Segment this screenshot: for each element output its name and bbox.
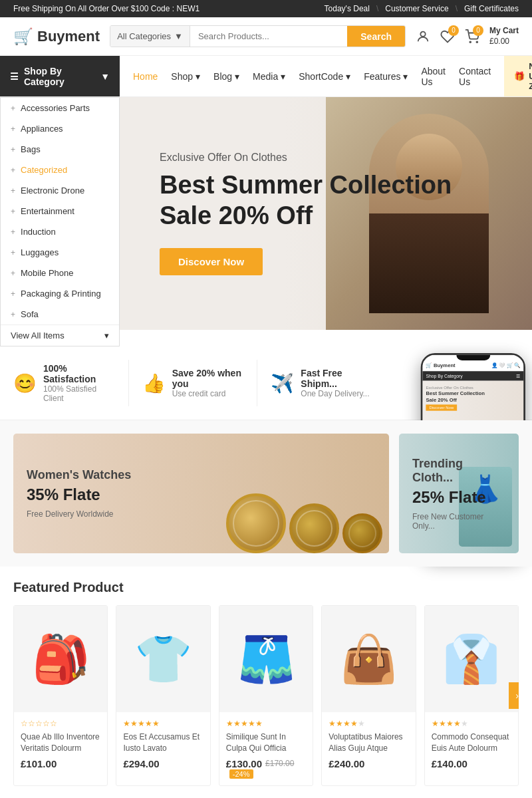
chevron-down-icon: ▼	[174, 31, 183, 41]
product-name-1: Quae Ab Illo Inventore Veritatis Dolourm	[21, 732, 100, 754]
product-card-2[interactable]: 👕 ★★★★★ Eos Et Accusamus Et Iusto Lavato…	[116, 605, 210, 786]
thumbs-up-icon: 👍	[142, 372, 166, 394]
category-luggages[interactable]: + Luggages	[1, 242, 119, 263]
category-accessories[interactable]: + Accessories Parts	[1, 98, 119, 118]
search-area: All Categories ▼ Search	[110, 25, 406, 47]
featured-title: Featured Product	[13, 580, 519, 595]
nav-menu: Home Shop ▾ Blog ▾ Media ▾ ShortCode ▾ F…	[120, 56, 504, 96]
search-input[interactable]	[190, 26, 347, 47]
search-category-dropdown[interactable]: All Categories ▼	[110, 26, 190, 47]
search-category-label: All Categories	[117, 31, 171, 41]
features-bar: 😊 100% Satisfaction 100% Satisfied Clien…	[0, 346, 532, 420]
category-bags[interactable]: + Bags	[1, 139, 119, 160]
product-image-5: 👔	[425, 606, 518, 712]
new-user-zone[interactable]: 🎁 New User Zone	[504, 56, 532, 96]
cart-info: My Cart £0.00	[489, 26, 519, 47]
category-entertainment[interactable]: + Entertainment	[1, 201, 119, 221]
gift-icon: 🎁	[514, 71, 525, 81]
products-next-arrow[interactable]: ›	[509, 682, 519, 709]
main-nav: ☰ Shop By Category ▼ Home Shop ▾ Blog ▾ …	[0, 56, 532, 97]
nav-about[interactable]: About Us	[421, 58, 446, 95]
product-image-2: 👕	[116, 606, 209, 712]
hero-title: Best Summer CollectionSale 20% Off	[160, 170, 452, 231]
customer-service-link[interactable]: Customer Service	[385, 4, 448, 13]
gift-certificates-link[interactable]: Gift Certificates	[464, 4, 519, 13]
wishlist-icon[interactable]: 0	[440, 29, 455, 44]
blog-chevron-icon: ▾	[235, 71, 239, 82]
media-chevron-icon: ▾	[281, 71, 285, 82]
svg-point-0	[420, 31, 425, 36]
cart-badge: 0	[473, 25, 483, 36]
svg-point-1	[469, 41, 471, 43]
product-price-3: £130.00	[226, 758, 262, 769]
feature-save: 👍 Save 20% when you Use credit card	[142, 360, 244, 406]
top-bar-links: Today's Deal \ Customer Service \ Gift C…	[325, 4, 519, 13]
nav-home[interactable]: Home	[133, 63, 158, 90]
nav-media[interactable]: Media ▾	[253, 63, 285, 90]
logo-text: Buyment	[37, 28, 100, 45]
search-button[interactable]: Search	[347, 26, 405, 47]
category-categorized[interactable]: + Categorized	[1, 160, 119, 180]
banner-row: Women's Watches 35% Flate Free Delivery …	[0, 420, 532, 567]
user-account-icon[interactable]	[416, 29, 430, 44]
product-price-5: £140.00	[432, 758, 511, 769]
product-card-4[interactable]: 👜 ★★★★★ Voluptatibus Maiores Alias Guju …	[321, 605, 416, 786]
category-induction[interactable]: + Induction	[1, 221, 119, 242]
nav-contact[interactable]: Contact Us	[459, 58, 491, 95]
top-bar: Free Shipping On All Order Over $100 Cod…	[0, 0, 532, 17]
banner-clothes[interactable]: Trending Cloth... 25% Flate Free New Cus…	[399, 434, 519, 553]
nav-blog[interactable]: Blog ▾	[213, 63, 239, 90]
product-price-1: £101.00	[21, 758, 100, 769]
category-dropdown: + Accessories Parts + Appliances + Bags …	[0, 97, 120, 346]
nav-features[interactable]: Features ▾	[364, 63, 408, 90]
logo-cart-icon: 🛒	[13, 27, 33, 46]
category-mobile-phone[interactable]: + Mobile Phone	[1, 263, 119, 283]
product-image-4: 👜	[322, 606, 415, 712]
products-grid: 🎒 ☆☆☆☆☆ Quae Ab Illo Inventore Veritatis…	[13, 605, 519, 786]
satisfaction-icon: 😊	[13, 372, 37, 394]
banner-watches[interactable]: Women's Watches 35% Flate Free Delivery …	[13, 434, 389, 553]
hero-content: Exclusive Offer On Clothes Best Summer C…	[120, 125, 491, 301]
logo[interactable]: 🛒 Buyment	[13, 27, 100, 46]
product-stars-5: ★★★★★	[432, 719, 511, 728]
watches-image	[226, 454, 382, 553]
feature-divider-1	[128, 360, 129, 406]
product-stars-3: ★★★★★	[226, 719, 306, 728]
category-electronic-drone[interactable]: + Electronic Drone	[1, 180, 119, 201]
shortcode-chevron-icon: ▾	[346, 71, 350, 82]
product-name-2: Eos Et Accusamus Et Iusto Lavato	[123, 732, 203, 754]
product-price-2: £294.00	[123, 758, 203, 769]
product-card-1[interactable]: 🎒 ☆☆☆☆☆ Quae Ab Illo Inventore Veritatis…	[13, 605, 108, 786]
featured-products-section: Featured Product 🎒 ☆☆☆☆☆ Quae Ab Illo In…	[0, 567, 532, 798]
product-name-4: Voluptatibus Maiores Alias Guju Atque	[329, 732, 408, 754]
shop-chevron-icon: ▾	[196, 71, 200, 82]
header-icons: 0 0 My Cart £0.00	[416, 26, 519, 47]
product-name-5: Commodo Consequat Euis Aute Dolourm	[432, 732, 511, 754]
discover-now-button[interactable]: Discover Now	[160, 248, 263, 275]
category-sofa[interactable]: + Sofa	[1, 304, 119, 325]
product-card-5[interactable]: 👔 ★★★★★ Commodo Consequat Euis Aute Dolo…	[424, 605, 519, 786]
category-appliances[interactable]: + Appliances	[1, 118, 119, 139]
svg-point-2	[476, 41, 477, 43]
product-stars-1: ☆☆☆☆☆	[21, 719, 100, 728]
cart-icon[interactable]: 0	[465, 29, 479, 44]
product-card-3[interactable]: 🩳 ★★★★★ Similique Sunt In Culpa Qui Offi…	[219, 605, 313, 786]
product-stars-2: ★★★★★	[123, 719, 203, 728]
category-packaging[interactable]: + Packaging & Printing	[1, 283, 119, 304]
nav-shop[interactable]: Shop ▾	[171, 63, 200, 90]
product-stars-4: ★★★★★	[329, 719, 408, 728]
todays-deal-link[interactable]: Today's Deal	[325, 4, 370, 13]
wishlist-badge: 0	[448, 25, 459, 36]
product-image-1: 🎒	[14, 606, 107, 712]
feature-shipping: ✈️ Fast Free Shipm... One Day Delivery..…	[271, 360, 372, 406]
product-old-price-3: £170.00	[265, 759, 294, 768]
product-image-3: 🩳	[219, 606, 313, 712]
nav-shortcode[interactable]: ShortCode ▾	[299, 63, 350, 90]
category-view-all[interactable]: View All Items ▾	[1, 325, 119, 346]
product-name-3: Similique Sunt In Culpa Qui Officia	[226, 732, 306, 754]
view-all-chevron-icon: ▾	[104, 331, 109, 340]
header: 🛒 Buyment All Categories ▼ Search 0 0	[0, 17, 532, 56]
hero-banner: Exclusive Offer On Clothes Best Summer C…	[120, 97, 532, 330]
shop-by-category-btn[interactable]: ☰ Shop By Category ▼	[0, 56, 120, 96]
phone-preview-container: 🛒 Buyment 👤 🤍 🛒 🔍 Shop By Category☰ Excl…	[386, 360, 519, 406]
